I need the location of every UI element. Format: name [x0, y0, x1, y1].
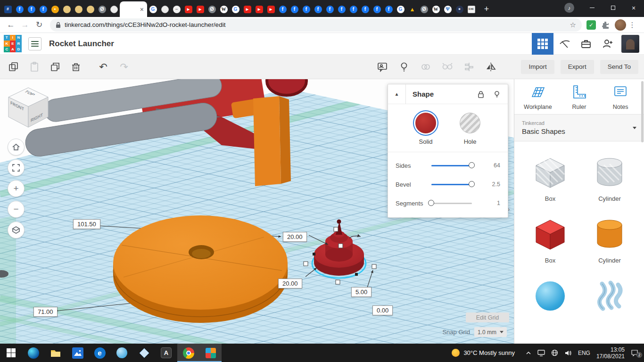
network-icon[interactable]: [551, 349, 558, 356]
browser-tab[interactable]: #: [2, 1, 14, 17]
notes-tool[interactable]: Notes: [601, 84, 640, 110]
browser-tab[interactable]: W: [218, 1, 230, 17]
dimension-label-distance2[interactable]: 71.00: [33, 307, 58, 317]
dimension-label-width[interactable]: 20.00: [283, 232, 307, 242]
visibility-bulb-icon[interactable]: [489, 90, 505, 99]
weather-widget[interactable]: 30°C Mostly sunny: [447, 349, 520, 357]
snap-grid-select[interactable]: 1.0 mm: [474, 327, 507, 337]
redo-icon[interactable]: ↷: [115, 58, 133, 76]
active-browser-tab[interactable]: ×: [120, 1, 147, 17]
comment-icon[interactable]: [373, 58, 391, 76]
user-avatar[interactable]: [621, 35, 639, 53]
dashboard-grid-button[interactable]: [532, 33, 553, 55]
solid-option[interactable]: Solid: [415, 113, 436, 145]
3d-viewport[interactable]: TOP FRONT RIGHT + − 101.50 20.00 20.00 5…: [0, 79, 514, 344]
paste-icon[interactable]: [25, 58, 43, 76]
browser-tab[interactable]: f: [312, 1, 324, 17]
browser-tab[interactable]: f: [324, 1, 336, 17]
slider-knob[interactable]: [469, 162, 475, 168]
perspective-toggle-button[interactable]: [8, 222, 25, 239]
orange-disc[interactable]: [113, 215, 288, 323]
browser-tab[interactable]: f: [383, 1, 395, 17]
tab-close-icon[interactable]: ×: [140, 6, 144, 13]
browser-tab[interactable]: ▶: [265, 1, 277, 17]
browser-tab[interactable]: ▶: [182, 1, 194, 17]
file-explorer-app[interactable]: [44, 344, 66, 362]
dimension-label-distance[interactable]: 101.50: [73, 219, 100, 229]
browser-tab[interactable]: Ø: [96, 1, 108, 17]
tinkercad-logo[interactable]: TINKERCAD: [4, 35, 22, 53]
browser-tab[interactable]: [61, 1, 73, 17]
browser-tab[interactable]: –: [171, 1, 182, 17]
browser-tab[interactable]: f: [277, 1, 289, 17]
group-icon[interactable]: [417, 58, 435, 76]
duplicate-icon[interactable]: [46, 58, 64, 76]
collapse-inspector-button[interactable]: ▲: [388, 84, 406, 104]
blue-app[interactable]: [111, 344, 133, 362]
minimize-button[interactable]: [582, 0, 603, 16]
browser-tab[interactable]: ▲: [406, 1, 418, 17]
export-button[interactable]: Export: [561, 60, 594, 74]
new-tab-button[interactable]: +: [480, 2, 493, 16]
browser-tab[interactable]: •: [49, 1, 61, 17]
edge-app[interactable]: [22, 344, 44, 362]
gallery-scrollbar[interactable]: [641, 81, 644, 342]
extension-check-icon[interactable]: ✓: [586, 20, 596, 30]
shape-item-scribble-blue[interactable]: [585, 276, 634, 318]
browser-tab[interactable]: ●: [454, 1, 465, 17]
add-person-icon[interactable]: [597, 33, 619, 55]
dimension-label-depth[interactable]: 20.00: [278, 279, 302, 288]
zoom-in-button[interactable]: +: [8, 180, 25, 197]
browser-tab[interactable]: Ø: [418, 1, 430, 17]
browser-menu-icon[interactable]: ⋮: [626, 21, 638, 29]
browser-tab[interactable]: f: [25, 1, 37, 17]
dimension-label-height[interactable]: 5.00: [351, 287, 372, 297]
omnibox[interactable]: tinkercad.com/things/cCE3HiNw2dO-rocket-…: [50, 18, 582, 32]
extensions-puzzle-icon[interactable]: [601, 20, 610, 30]
start-button[interactable]: [0, 344, 22, 362]
shape-item-box-gray[interactable]: Box: [526, 153, 575, 202]
browser-profile-avatar[interactable]: [615, 19, 626, 31]
browser-tab[interactable]: G: [230, 1, 241, 17]
slider-knob[interactable]: [469, 181, 475, 187]
browser-tab[interactable]: W: [430, 1, 442, 17]
lock-icon[interactable]: [473, 90, 489, 99]
send-to-button[interactable]: Send To: [600, 60, 638, 74]
volume-icon[interactable]: [564, 350, 572, 356]
media-controls-icon[interactable]: ♪: [564, 3, 574, 13]
chrome-app[interactable]: [177, 344, 199, 362]
browser-tab[interactable]: [159, 1, 171, 17]
slider-knob[interactable]: [428, 200, 434, 206]
browser-tab[interactable]: f: [14, 1, 25, 17]
browser-tab[interactable]: f: [300, 1, 312, 17]
home-view-button[interactable]: [8, 139, 25, 156]
browser-tab[interactable]: EXE: [465, 1, 477, 17]
tinkercad-app[interactable]: [199, 344, 222, 362]
browser-tab[interactable]: f: [289, 1, 300, 17]
shape-library-dropdown[interactable]: Tinkercad Basic Shapes: [514, 114, 644, 141]
hole-option[interactable]: Hole: [460, 113, 480, 145]
slider-track[interactable]: [431, 184, 472, 185]
slider-track[interactable]: [431, 203, 472, 204]
browser-tab[interactable]: [73, 1, 84, 17]
dimension-label-elevation[interactable]: 0.00: [372, 305, 393, 315]
taskbar-clock[interactable]: 13:05 17/08/2021: [596, 346, 625, 360]
notification-center-icon[interactable]: 2: [631, 349, 640, 356]
shape-item-box-red[interactable]: Box: [526, 214, 575, 264]
ungroup-icon[interactable]: [438, 58, 456, 76]
design-title[interactable]: Rocket Launcher: [49, 39, 114, 49]
import-button[interactable]: Import: [521, 60, 554, 74]
slider-track[interactable]: [431, 165, 472, 166]
browser-tab[interactable]: ▶: [241, 1, 253, 17]
close-button[interactable]: ×: [623, 0, 644, 16]
copy-icon[interactable]: [5, 58, 23, 76]
browser-tab[interactable]: f: [371, 1, 383, 17]
browser-tab[interactable]: G: [147, 1, 159, 17]
briefcase-icon[interactable]: [575, 33, 597, 55]
pickaxe-icon[interactable]: [553, 33, 575, 55]
browser-tab[interactable]: f: [347, 1, 359, 17]
forward-button[interactable]: →: [18, 20, 32, 30]
mirror-icon[interactable]: [482, 58, 500, 76]
shape-item-cylinder-gray[interactable]: Cylinder: [585, 153, 634, 202]
browser-tab[interactable]: f: [37, 1, 49, 17]
